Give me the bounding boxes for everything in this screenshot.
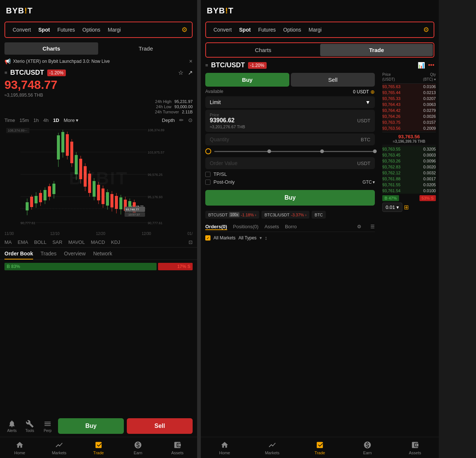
- share-icon[interactable]: ↗: [188, 69, 193, 76]
- all-markets-checkbox[interactable]: ✓: [205, 235, 210, 241]
- pos-tab-positions[interactable]: Positions(0): [233, 224, 259, 230]
- settings-icon[interactable]: ⚙: [181, 26, 187, 34]
- tools-btn[interactable]: Tools: [22, 420, 37, 433]
- charts-tab[interactable]: Charts: [4, 42, 98, 55]
- pos-tab-orders[interactable]: Orders(0): [205, 224, 227, 230]
- ind-boll[interactable]: BOLL: [34, 239, 46, 245]
- r-nav-home[interactable]: Home: [201, 437, 248, 458]
- r-nav-margin[interactable]: Margi: [306, 25, 325, 34]
- expand-icon[interactable]: ⊡: [189, 239, 193, 245]
- sort-icon[interactable]: ↕: [265, 235, 267, 241]
- ob-bid-row[interactable]: 93,762.120.0032: [382, 170, 436, 176]
- r-nav-futures[interactable]: Futures: [255, 25, 279, 34]
- ind-macd[interactable]: MACD: [91, 239, 105, 245]
- r-settings-icon[interactable]: ⚙: [423, 26, 429, 34]
- slider-dot-3[interactable]: [373, 149, 377, 153]
- nav-assets[interactable]: Assets: [158, 437, 197, 458]
- ob-bid-row[interactable]: 93,763.550.3205: [382, 146, 436, 152]
- perp-btn[interactable]: Perp: [40, 420, 55, 433]
- tpsl-checkbox[interactable]: [205, 172, 210, 177]
- price-value[interactable]: 93906.62: [210, 117, 235, 124]
- buy-button[interactable]: Buy: [58, 418, 124, 434]
- market-tag-btcusdt[interactable]: BTCUSDT 100x -1.18% ›: [205, 211, 259, 219]
- buy-submit-button[interactable]: Buy: [205, 190, 375, 206]
- r-nav-assets[interactable]: Assets: [391, 437, 439, 458]
- r-more-icon[interactable]: •••: [428, 62, 434, 69]
- market-tag-btc3l[interactable]: BTC3L/USDT -3.37% ›: [261, 211, 309, 219]
- nav-margin[interactable]: Margi: [105, 25, 124, 34]
- nav-futures[interactable]: Futures: [54, 25, 78, 34]
- slider-track[interactable]: [214, 151, 375, 152]
- pos-list-icon[interactable]: ☰: [370, 224, 375, 230]
- r-nav-earn[interactable]: Earn: [344, 437, 391, 458]
- r-nav-trade[interactable]: Trade: [296, 437, 344, 458]
- time-more[interactable]: More ▾: [64, 117, 78, 123]
- qty-field[interactable]: Quantity BTC: [205, 133, 375, 145]
- ob-ask-row[interactable]: 93,764.420.0279: [382, 107, 436, 113]
- r-trade-tab[interactable]: Trade: [320, 44, 433, 56]
- market-tag-btc[interactable]: BTC: [312, 211, 326, 219]
- slider-dot-1[interactable]: [267, 149, 271, 153]
- settings2-icon[interactable]: ⊙: [188, 117, 193, 123]
- nav-home[interactable]: Home: [0, 437, 39, 458]
- pos-tab-borro[interactable]: Borro: [285, 224, 297, 230]
- ob-bid-row[interactable]: 93,761.880.0017: [382, 176, 436, 182]
- ind-sar[interactable]: SAR: [52, 239, 62, 245]
- ob-ask-row[interactable]: 93,763.750.0157: [382, 119, 436, 125]
- ob-bid-row[interactable]: 93,761.540.0100: [382, 188, 436, 194]
- time-15m[interactable]: 15m: [19, 117, 29, 123]
- add-funds-icon[interactable]: ⊕: [370, 89, 375, 95]
- qty-slider[interactable]: [205, 148, 375, 154]
- edit-icon[interactable]: ✏: [179, 117, 184, 123]
- gtc-badge[interactable]: GTC ▾: [363, 180, 375, 185]
- pos-settings-icon[interactable]: ⚙: [357, 224, 361, 230]
- slider-handle-start[interactable]: [205, 148, 211, 154]
- ob-ask-row[interactable]: 93,765.440.0213: [382, 90, 436, 96]
- nav-trade[interactable]: Trade: [79, 437, 118, 458]
- ind-kdj[interactable]: KDJ: [111, 239, 120, 245]
- ob-ask-row[interactable]: 93,763.560.2009: [382, 125, 436, 131]
- time-1d[interactable]: 1D: [53, 117, 60, 123]
- tab-trades[interactable]: Trades: [41, 251, 57, 259]
- close-icon[interactable]: ✕: [189, 59, 193, 64]
- r-nav-convert[interactable]: Convert: [210, 25, 235, 34]
- ind-mavol[interactable]: MAVOL: [68, 239, 85, 245]
- alerts-btn[interactable]: Alerts: [4, 420, 19, 433]
- order-val-field[interactable]: Order Value USDT: [205, 157, 375, 169]
- ind-ma[interactable]: MA: [4, 239, 12, 245]
- slider-dot-2[interactable]: [320, 149, 324, 153]
- r-volume-icon[interactable]: 📊: [418, 62, 425, 69]
- ob-ask-row[interactable]: 93,765.630.0106: [382, 84, 436, 90]
- r-nav-options[interactable]: Options: [280, 25, 304, 34]
- ind-ema[interactable]: EMA: [18, 239, 28, 245]
- trade-tab[interactable]: Trade: [99, 42, 193, 55]
- qty-select[interactable]: 0.01 ▾: [382, 203, 402, 212]
- nav-convert[interactable]: Convert: [10, 25, 34, 34]
- ob-bid-row[interactable]: 93,763.450.0003: [382, 152, 436, 158]
- pos-tab-assets[interactable]: Assets: [264, 224, 279, 230]
- ob-bid-row[interactable]: 93,761.550.0205: [382, 182, 436, 188]
- limit-dropdown[interactable]: Limit ▼: [205, 96, 375, 108]
- tab-orderbook[interactable]: Order Book: [4, 251, 33, 259]
- nav-options[interactable]: Options: [80, 25, 103, 34]
- ob-ask-row[interactable]: 93,764.260.0026: [382, 113, 436, 119]
- buy-tab[interactable]: Buy: [205, 73, 289, 87]
- depth-label[interactable]: Depth: [162, 117, 175, 123]
- all-types-arrow[interactable]: ▾: [260, 235, 262, 241]
- tab-network[interactable]: Network: [93, 251, 112, 259]
- tab-overview[interactable]: Overview: [64, 251, 86, 259]
- ob-ask-row[interactable]: 93,765.330.0207: [382, 96, 436, 101]
- post-only-checkbox[interactable]: [205, 180, 210, 185]
- ob-ask-row[interactable]: 93,764.430.0063: [382, 101, 436, 107]
- time-1h[interactable]: 1h: [33, 117, 39, 123]
- sell-button[interactable]: Sell: [127, 418, 193, 434]
- sell-tab[interactable]: Sell: [291, 73, 375, 87]
- nav-spot[interactable]: Spot: [35, 25, 53, 34]
- r-nav-spot[interactable]: Spot: [236, 25, 254, 34]
- r-nav-markets[interactable]: Markets: [248, 437, 296, 458]
- ob-bid-row[interactable]: 93,763.260.0096: [382, 158, 436, 164]
- nav-markets[interactable]: Markets: [39, 437, 79, 458]
- r-charts-tab[interactable]: Charts: [207, 44, 319, 56]
- time-4h[interactable]: 4h: [43, 117, 48, 123]
- nav-earn[interactable]: Earn: [118, 437, 158, 458]
